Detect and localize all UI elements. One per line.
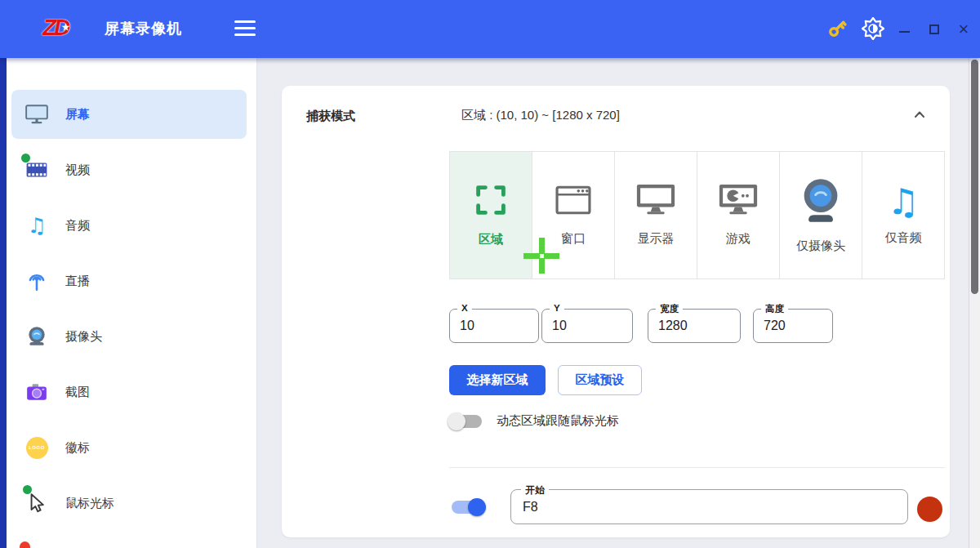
section-title: 捕获模式 xyxy=(306,109,355,124)
y-field[interactable]: Y xyxy=(541,309,633,343)
region-summary: 区域 : (10, 10) ~ [1280 x 720] xyxy=(461,108,620,123)
close-button[interactable]: × xyxy=(952,18,975,41)
game-pacman-icon xyxy=(718,183,759,221)
height-field[interactable]: 高度 xyxy=(753,309,833,343)
audio-note-icon: ♫ xyxy=(887,184,919,220)
sidebar-item-screenshot[interactable]: 截图 xyxy=(11,368,247,417)
sidebar-item-label: 音频 xyxy=(65,218,90,234)
maximize-button[interactable] xyxy=(923,18,946,41)
green-status-dot xyxy=(23,485,32,494)
red-status-dot xyxy=(20,541,30,548)
region-brackets-icon xyxy=(473,182,509,221)
start-hotkey-input[interactable] xyxy=(523,500,869,515)
key-icon[interactable] xyxy=(825,16,849,41)
follow-cursor-toggle[interactable] xyxy=(449,415,482,428)
select-new-region-button[interactable]: 选择新区域 xyxy=(449,365,546,395)
x-field[interactable]: X xyxy=(449,309,539,343)
sidebar-item-label: 截图 xyxy=(65,385,90,400)
screen-monitor-icon xyxy=(24,102,49,127)
sidebar-item-label: 摄像头 xyxy=(65,329,102,345)
record-indicator-icon xyxy=(917,497,942,522)
tab-display[interactable]: 显示器 xyxy=(615,152,697,278)
sidebar-item-logo[interactable]: LOGO 徽标 xyxy=(11,423,247,472)
mouse-cursor-icon xyxy=(24,491,49,515)
height-input[interactable] xyxy=(764,319,822,333)
logo-star-icon: ★ xyxy=(61,22,69,33)
start-hotkey-field[interactable]: 开始 xyxy=(510,489,908,524)
follow-cursor-label: 动态区域跟随鼠标光标 xyxy=(497,413,619,429)
start-hotkey-toggle[interactable] xyxy=(452,501,484,514)
tab-game[interactable]: 游戏 xyxy=(697,152,780,278)
scrollbar-track[interactable] xyxy=(969,58,980,548)
capture-mode-tabs: 区域 窗口 xyxy=(449,151,945,279)
divider xyxy=(449,467,945,468)
app-title: 屏幕录像机 xyxy=(105,19,182,38)
screenshot-camera-icon xyxy=(24,380,49,404)
region-fields: X Y 宽度 高度 xyxy=(449,309,833,343)
sidebar-item-label: 鼠标光标 xyxy=(65,496,114,511)
tab-region[interactable]: 区域 xyxy=(450,152,532,278)
main-content: 捕获模式 区域 : (10, 10) ~ [1280 x 720] xyxy=(258,58,980,548)
x-input[interactable] xyxy=(460,319,527,333)
audio-note-icon: ♫ xyxy=(24,213,49,238)
webcam-color-icon xyxy=(798,176,844,228)
screen-recorder-window: ZD ★ 屏幕录像机 × xyxy=(0,0,980,548)
sidebar-item-label: 徽标 xyxy=(65,440,90,456)
region-preset-button[interactable]: 区域预设 xyxy=(558,365,642,395)
sidebar-item-live[interactable]: 直播 xyxy=(11,256,247,305)
width-input[interactable] xyxy=(658,319,728,333)
logo-badge-icon: LOGO xyxy=(24,435,49,460)
brightness-theme-icon[interactable] xyxy=(861,16,885,41)
sidebar-item-label: 直播 xyxy=(65,274,90,289)
tab-webcam-only[interactable]: 仅摄像头 xyxy=(780,152,862,278)
sidebar-item-camera[interactable]: 摄像头 xyxy=(11,312,247,361)
tab-window[interactable]: 窗口 xyxy=(532,152,615,278)
scrollbar-thumb[interactable] xyxy=(971,60,978,294)
chevron-up-icon[interactable] xyxy=(912,109,930,127)
follow-cursor-row: 动态区域跟随鼠标光标 xyxy=(449,413,619,429)
width-field[interactable]: 宽度 xyxy=(648,309,741,343)
sidebar-item-label: 视频 xyxy=(65,163,90,178)
minimize-button[interactable] xyxy=(893,18,915,41)
sidebar-accent-strip xyxy=(0,58,7,548)
live-broadcast-icon xyxy=(24,269,49,293)
webcam-icon xyxy=(24,324,49,349)
video-film-icon xyxy=(24,158,49,182)
window-icon xyxy=(554,183,593,221)
green-status-dot xyxy=(21,154,30,163)
app-logo: ZD ★ xyxy=(42,15,68,41)
sidebar-item-mouse-cursor[interactable]: 鼠标光标 xyxy=(11,479,247,528)
capture-mode-card: 捕获模式 区域 : (10, 10) ~ [1280 x 720] xyxy=(282,86,950,537)
y-input[interactable] xyxy=(552,319,620,333)
sidebar: 屏幕 xyxy=(0,58,257,548)
sidebar-item-label: 屏幕 xyxy=(65,107,90,123)
titlebar: ZD ★ 屏幕录像机 × xyxy=(0,0,980,58)
tab-audio-only[interactable]: ♫ 仅音频 xyxy=(862,152,945,278)
display-monitor-icon xyxy=(635,183,676,221)
sidebar-item-video[interactable]: 视频 xyxy=(11,145,247,194)
sidebar-item-audio[interactable]: ♫ 音频 xyxy=(11,201,247,250)
menu-icon[interactable] xyxy=(234,20,257,36)
sidebar-item-screen[interactable]: 屏幕 xyxy=(11,90,247,139)
region-buttons: 选择新区域 区域预设 xyxy=(449,365,642,395)
